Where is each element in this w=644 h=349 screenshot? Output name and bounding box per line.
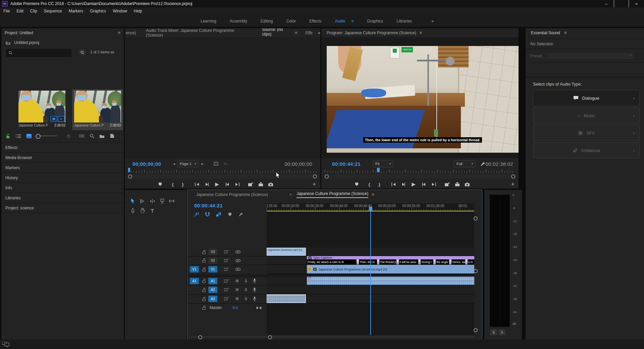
sync-lock-icon[interactable] xyxy=(222,288,231,292)
menu-graphics[interactable]: Graphics xyxy=(87,9,109,13)
new-bin-icon[interactable] xyxy=(98,132,106,140)
track-header-a2[interactable]: A2 M S xyxy=(187,285,267,295)
project-writable-lock-icon[interactable] xyxy=(4,132,12,140)
audio-type-music-button[interactable]: ♪ Music › xyxy=(533,107,640,123)
track-target-a2[interactable]: A2 xyxy=(208,287,217,293)
panel-tab-libraries[interactable]: Libraries xyxy=(1,193,124,203)
menu-file[interactable]: File xyxy=(0,9,13,13)
sync-lock-icon[interactable] xyxy=(222,297,231,301)
step-back-icon[interactable] xyxy=(202,183,212,186)
clip-thumbnail-2[interactable] xyxy=(74,91,121,122)
source-patch-v1[interactable]: V1 xyxy=(190,266,199,272)
project-clip-tile-1[interactable]: Japanese Culture P 2:38:02 xyxy=(16,89,67,130)
close-button[interactable]: × xyxy=(629,0,644,7)
caption-segment[interactable]: the angle xyxy=(436,259,449,264)
fit-dropdown[interactable]: Fit ▾ xyxy=(373,160,393,167)
audio-type-dialogue-button[interactable]: Dialogue › xyxy=(533,90,640,106)
play-icon[interactable]: ▶ xyxy=(212,181,222,187)
playback-resolution-dropdown[interactable]: Full ▾ xyxy=(454,160,476,167)
voiceover-mic-icon[interactable] xyxy=(250,297,259,301)
timeline-clip-open-captions[interactable]: fx Open Captions Firstly, we attach a ru… xyxy=(307,256,474,264)
track-lock-icon[interactable] xyxy=(200,267,208,271)
caption-segment[interactable]: Hence, we xyxy=(451,259,465,264)
project-panel-menu-icon[interactable]: ≡ xyxy=(118,30,120,35)
voiceover-mic-icon[interactable] xyxy=(250,279,259,283)
timeline-clip-v1-video[interactable]: C fx Japanese Culture Programme (Science… xyxy=(307,265,474,273)
video-badge-icon[interactable] xyxy=(51,116,57,121)
dual-monitor-icon[interactable] xyxy=(2,342,9,347)
program-mini-ruler[interactable] xyxy=(325,168,515,173)
audio-type-sfx-button[interactable]: SFX › xyxy=(533,125,640,141)
caption-segment[interactable]: Firstly, we attach a ruler to th xyxy=(307,259,357,264)
program-panel-menu-icon[interactable]: ≡ xyxy=(420,30,422,35)
caption-segment[interactable]: The thread p xyxy=(379,259,396,264)
minimize-button[interactable]: – xyxy=(599,0,614,7)
timeline-v-scroll-handle-mid[interactable] xyxy=(474,269,478,273)
source-panel-menu-icon[interactable]: ≡ xyxy=(295,30,298,35)
track-header-a1[interactable]: A1 A1 M S xyxy=(187,277,267,286)
new-item-icon[interactable] xyxy=(108,132,116,140)
tab-program[interactable]: Program: Japanese Culture Programme (Sci… xyxy=(327,31,416,35)
menu-window[interactable]: Window xyxy=(109,9,130,13)
track-target-v2[interactable]: V2 xyxy=(208,257,217,264)
tab-audio-track-mixer[interactable]: Audio Track Mixer: Japanese Culture Prog… xyxy=(146,28,248,38)
panel-tab-info[interactable]: Info xyxy=(1,183,124,193)
zoom-slider-handle[interactable] xyxy=(36,134,41,139)
timeline-panel-menu-icon[interactable]: ≡ xyxy=(372,192,374,197)
track-header-v1[interactable]: V1 V1 xyxy=(187,265,267,274)
caption-transition[interactable] xyxy=(465,259,468,264)
preset-dropdown-disabled[interactable]: ▾ xyxy=(547,52,634,60)
caption-segment[interactable]: Then, the lo xyxy=(359,259,377,264)
timeline-h-scroll-handle-left[interactable] xyxy=(198,335,202,339)
program-go-to-in-icon[interactable] xyxy=(388,183,398,186)
track-header-a3[interactable]: A3 M S xyxy=(187,294,267,304)
track-target-a3[interactable]: A3 xyxy=(208,296,217,302)
track-output-eye-icon[interactable] xyxy=(233,250,242,253)
mute-button[interactable]: M xyxy=(233,279,241,283)
program-current-timecode[interactable]: 00:00:44:21 xyxy=(332,161,361,167)
track-select-forward-tool[interactable] xyxy=(139,197,147,205)
solo-button[interactable]: S xyxy=(241,288,250,292)
tab-clipped-right[interactable]: Effe xyxy=(306,31,313,35)
panel-tab-history[interactable]: History xyxy=(1,172,124,183)
panel-tab-media-browser[interactable]: Media Browser xyxy=(1,152,124,162)
track-lock-icon[interactable] xyxy=(200,258,208,262)
filter-bin-icon[interactable] xyxy=(78,132,86,140)
caption-transition[interactable] xyxy=(396,259,399,264)
program-export-frame-icon[interactable] xyxy=(462,183,472,186)
keyframe-bowtie-icon[interactable] xyxy=(257,306,261,309)
linked-selection-icon[interactable] xyxy=(214,211,222,218)
audio-badge-icon[interactable] xyxy=(58,116,64,121)
solo-button[interactable]: S xyxy=(241,279,250,283)
audio-meter-bars[interactable] xyxy=(490,195,510,327)
lift-icon[interactable] xyxy=(442,182,452,187)
program-scrollbar[interactable] xyxy=(324,174,516,179)
timeline-clip-a3-audio[interactable] xyxy=(267,294,306,303)
panel-tab-project-science[interactable]: Project: science xyxy=(1,203,124,213)
source-scroll-handle-left[interactable] xyxy=(128,174,132,179)
track-lock-icon[interactable] xyxy=(200,279,208,283)
timeline-v-scroll-handle-bottom[interactable] xyxy=(474,328,478,332)
panel-tab-markers[interactable]: Markers xyxy=(1,162,124,172)
extract-icon[interactable] xyxy=(452,182,462,187)
go-to-out-icon[interactable] xyxy=(232,183,242,186)
program-mark-in-icon[interactable]: { xyxy=(364,182,374,187)
timeline-add-marker-icon[interactable] xyxy=(226,211,234,218)
source-playhead[interactable] xyxy=(128,168,130,172)
caption-transition[interactable] xyxy=(357,259,359,264)
caption-segment[interactable]: During t xyxy=(421,259,433,264)
track-target-a1[interactable]: A1 xyxy=(208,278,217,284)
page-prev-icon[interactable]: ◂ xyxy=(173,161,175,166)
workspace-learning[interactable]: Learning xyxy=(201,19,216,27)
solo-left-button[interactable]: S xyxy=(490,330,497,335)
program-step-forward-icon[interactable] xyxy=(419,183,429,186)
source-scroll-handle-right[interactable] xyxy=(313,174,317,179)
find-button[interactable] xyxy=(78,49,86,55)
insert-icon[interactable] xyxy=(246,182,256,187)
overwrite-icon[interactable] xyxy=(256,182,266,187)
audio-type-ambience-button[interactable]: Ambience › xyxy=(533,142,640,158)
timeline-timecode[interactable]: 00:00:44:21 xyxy=(194,203,223,208)
maximize-button[interactable] xyxy=(614,0,629,7)
page-next-icon[interactable]: ▸ xyxy=(201,161,203,166)
timeline-playhead-line[interactable] xyxy=(370,210,371,335)
